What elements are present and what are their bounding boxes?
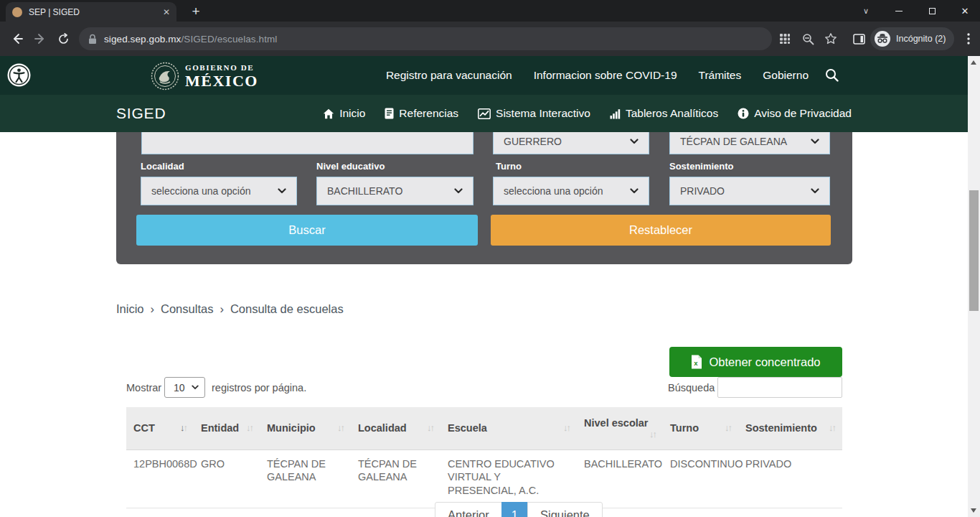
minimize-button[interactable] — [884, 0, 914, 22]
column-header-localidad[interactable]: Localidad↓↑ — [351, 407, 440, 450]
browser-menu-button[interactable] — [960, 30, 977, 47]
scrollbar-thumb[interactable] — [969, 190, 979, 311]
column-header-sostenimiento[interactable]: Sostenimiento↓↑ — [738, 407, 842, 450]
column-header-entidad[interactable]: Entidad↓↑ — [194, 407, 260, 450]
close-button[interactable]: ✕ — [950, 0, 980, 22]
sort-both-icon[interactable]: ↓↑ — [563, 422, 570, 433]
turno-select-value: selecciona una opción — [504, 185, 603, 197]
pagination-next-button[interactable]: Siguiente — [527, 502, 603, 517]
sort-both-icon[interactable]: ↓↑ — [649, 429, 656, 439]
cell-entidad: GRO — [194, 450, 260, 508]
url-path: /SIGED/escuelas.html — [181, 34, 277, 45]
sort-both-icon[interactable]: ↓↑ — [337, 422, 344, 433]
siged-nav: Inicio Referencias Sistema Interactivo T… — [323, 95, 852, 132]
reload-icon — [57, 33, 70, 45]
page-size-select[interactable]: 10 — [164, 377, 205, 398]
header-search-button[interactable] — [825, 68, 839, 82]
column-header-cct[interactable]: CCT↓↑ — [126, 407, 194, 450]
logo-line-2: MÉXICO — [185, 73, 258, 89]
gob-mx-logo[interactable]: GOBIERNO DE MÉXICO — [151, 62, 258, 90]
nav-link-gobierno[interactable]: Gobierno — [763, 69, 809, 82]
siged-brand[interactable]: SIGED — [116, 95, 166, 132]
buscar-button[interactable]: Buscar — [136, 215, 478, 246]
breadcrumb-inicio[interactable]: Inicio — [116, 302, 144, 316]
nav-item-aviso-privacidad[interactable]: Aviso de Privacidad — [738, 107, 852, 120]
zoom-button[interactable] — [799, 30, 816, 47]
localidad-select[interactable]: selecciona una opción — [141, 177, 297, 205]
pagination-page-1-button[interactable]: 1 — [501, 502, 528, 517]
zoom-out-icon — [802, 33, 814, 45]
maximize-button[interactable] — [917, 0, 947, 22]
side-panel-button[interactable] — [850, 30, 867, 47]
scroll-up-arrow-icon[interactable] — [971, 60, 976, 65]
column-label: Escuela — [448, 422, 487, 434]
logo-line-1: GOBIERNO DE — [185, 64, 258, 72]
table-search-input[interactable] — [717, 377, 842, 398]
restablecer-button[interactable]: Restablecer — [491, 215, 831, 246]
turno-select[interactable]: selecciona una opción — [493, 177, 649, 205]
busqueda-label: Búsqueda — [668, 382, 715, 393]
pagination-prev-button[interactable]: Anterior — [435, 502, 502, 517]
sort-both-icon[interactable]: ↓↑ — [829, 422, 835, 433]
sort-both-icon[interactable]: ↓↑ — [427, 422, 433, 433]
column-header-turno[interactable]: Turno↓↑ — [663, 407, 738, 450]
window-chevron-button[interactable]: ∨ — [851, 0, 881, 22]
incognito-icon — [874, 30, 891, 47]
sostenimiento-select[interactable]: PRIVADO — [669, 177, 830, 205]
nav-item-tableros-analiticos[interactable]: Tableros Analíticos — [610, 107, 718, 120]
gob-mx-logo-text: GOBIERNO DE MÉXICO — [185, 64, 258, 89]
sort-both-icon[interactable]: ↓↑ — [246, 422, 253, 433]
nivel-educativo-select-value: BACHILLERATO — [327, 185, 402, 197]
column-header-escuela[interactable]: Escuela↓↑ — [440, 407, 577, 450]
tab-close-icon[interactable]: ✕ — [163, 7, 170, 17]
search-icon — [825, 68, 839, 82]
browser-tab[interactable]: SEP | SIGED ✕ — [6, 2, 176, 22]
incognito-badge[interactable]: Incógnito (2) — [870, 27, 954, 50]
sort-asc-icon[interactable]: ↓↑ — [180, 422, 187, 433]
scroll-down-arrow-icon[interactable] — [971, 508, 976, 513]
address-bar[interactable]: siged.sep.gob.mx/SIGED/escuelas.html — [79, 27, 772, 50]
chevron-down-icon — [192, 385, 199, 390]
accessibility-button[interactable] — [7, 63, 31, 87]
column-label: Turno — [670, 422, 699, 434]
back-button[interactable] — [9, 30, 26, 47]
tab-groups-button[interactable] — [776, 30, 793, 47]
cell-localidad: TÉCPAN DE GALEANA — [351, 450, 440, 508]
sostenimiento-label: Sostenimiento — [669, 161, 734, 172]
nav-link-tramites[interactable]: Trámites — [699, 69, 742, 82]
page-size-value: 10 — [174, 382, 185, 393]
grid-icon — [779, 33, 791, 45]
incognito-label: Incógnito (2) — [896, 34, 946, 44]
school-filter-panel: GUERRERO TÉCPAN DE GALEANA Localidad Niv… — [116, 124, 852, 264]
column-label: Sostenimiento — [745, 422, 817, 434]
nav-link-covid[interactable]: Informacion sobre COVID-19 — [534, 69, 677, 82]
turno-label: Turno — [496, 161, 522, 172]
new-tab-button[interactable]: + — [187, 2, 205, 21]
bookmark-button[interactable] — [822, 30, 839, 47]
cell-municipio: TÉCPAN DE GALEANA — [260, 450, 351, 508]
breadcrumb-consultas[interactable]: Consultas — [161, 302, 213, 316]
chevron-down-icon — [630, 188, 639, 194]
chevron-down-icon — [454, 188, 463, 194]
localidad-select-value: selecciona una opción — [151, 185, 251, 197]
page-scrollbar[interactable] — [968, 56, 980, 517]
reload-button[interactable] — [55, 30, 72, 47]
nav-item-inicio[interactable]: Inicio — [323, 107, 365, 120]
nav-item-sistema-interactivo[interactable]: Sistema Interactivo — [478, 107, 590, 120]
chevron-down-icon — [278, 188, 286, 194]
maximize-icon — [929, 8, 936, 14]
siged-navbar: SIGED Inicio Referencias Sistema Interac… — [0, 95, 968, 132]
obtener-concentrado-label: Obtener concentrado — [709, 355, 820, 369]
info-circle-icon — [738, 108, 749, 119]
nav-item-referencias[interactable]: Referencias — [385, 107, 458, 120]
column-header-nivel-escolar[interactable]: Nivel escolar↓↑ — [577, 407, 663, 450]
forward-button[interactable] — [32, 30, 49, 47]
table-header-row: CCT↓↑ Entidad↓↑ Municipio↓↑ Localidad↓↑ … — [126, 407, 842, 450]
nivel-educativo-select[interactable]: BACHILLERATO — [316, 177, 473, 205]
column-header-municipio[interactable]: Municipio↓↑ — [260, 407, 351, 450]
obtener-concentrado-button[interactable]: x Obtener concentrado — [669, 347, 842, 377]
nav-link-registro-vacunacion[interactable]: Registro para vacunación — [386, 69, 512, 82]
nav-item-label: Aviso de Privacidad — [754, 107, 852, 120]
column-label: Municipio — [267, 422, 316, 434]
sort-both-icon[interactable]: ↓↑ — [725, 422, 731, 433]
